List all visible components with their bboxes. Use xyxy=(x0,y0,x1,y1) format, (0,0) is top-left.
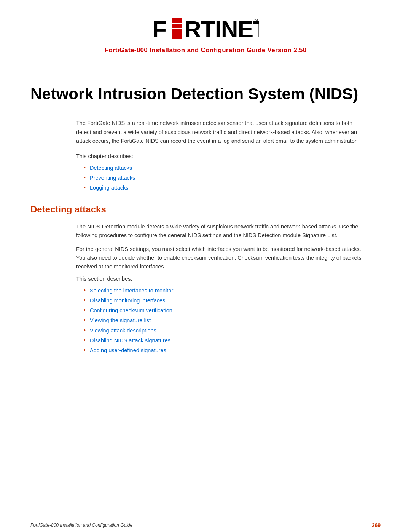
svg-rect-5 xyxy=(172,29,177,34)
footer-text: FortiGate-800 Installation and Configura… xyxy=(30,522,132,528)
detecting-paragraph2: For the general NIDS settings, you must … xyxy=(76,245,365,272)
svg-rect-1 xyxy=(172,18,177,23)
chapter-list-header: This chapter describes: xyxy=(76,153,381,159)
page: F RTINET ™ FortiGate-800 Installation an… xyxy=(0,0,411,532)
section-list-header: This section describes: xyxy=(76,276,381,282)
svg-text:RTINET: RTINET xyxy=(184,16,259,42)
main-content: Network Intrusion Detection System (NIDS… xyxy=(0,58,411,518)
svg-rect-2 xyxy=(177,18,182,23)
footer-page-number: 269 xyxy=(372,522,381,528)
list-item[interactable]: Viewing attack descriptions xyxy=(84,326,381,335)
svg-rect-6 xyxy=(177,29,182,34)
fortinet-logo: F RTINET ™ xyxy=(152,15,259,42)
svg-rect-3 xyxy=(172,24,177,28)
header-subtitle: FortiGate-800 Installation and Configura… xyxy=(105,46,307,54)
footer: FortiGate-800 Installation and Configura… xyxy=(0,518,411,532)
chapter-links-list: Detecting attacks Preventing attacks Log… xyxy=(84,163,381,193)
list-item[interactable]: Selecting the interfaces to monitor xyxy=(84,286,381,296)
list-item[interactable]: Logging attacks xyxy=(84,183,381,193)
svg-rect-4 xyxy=(177,24,182,28)
svg-rect-7 xyxy=(172,34,177,39)
svg-text:F: F xyxy=(152,16,166,42)
svg-text:™: ™ xyxy=(254,19,258,23)
list-item[interactable]: Disabling monitoring interfaces xyxy=(84,296,381,305)
list-item[interactable]: Detecting attacks xyxy=(84,163,381,173)
list-item[interactable]: Adding user-defined signatures xyxy=(84,345,381,355)
list-item[interactable]: Configuring checksum verification xyxy=(84,305,381,315)
header: F RTINET ™ FortiGate-800 Installation an… xyxy=(0,0,411,58)
list-item[interactable]: Preventing attacks xyxy=(84,173,381,183)
chapter-title: Network Intrusion Detection System (NIDS… xyxy=(30,85,381,104)
intro-paragraph: The FortiGate NIDS is a real-time networ… xyxy=(76,119,365,145)
list-item[interactable]: Disabling NIDS attack signatures xyxy=(84,335,381,345)
logo-container: F RTINET ™ xyxy=(152,15,259,42)
detecting-attacks-heading: Detecting attacks xyxy=(30,204,381,215)
detecting-paragraph1: The NIDS Detection module detects a wide… xyxy=(76,222,365,240)
list-item[interactable]: Viewing the signature list xyxy=(84,315,381,325)
section-links-list: Selecting the interfaces to monitor Disa… xyxy=(84,286,381,355)
svg-rect-8 xyxy=(177,34,182,39)
